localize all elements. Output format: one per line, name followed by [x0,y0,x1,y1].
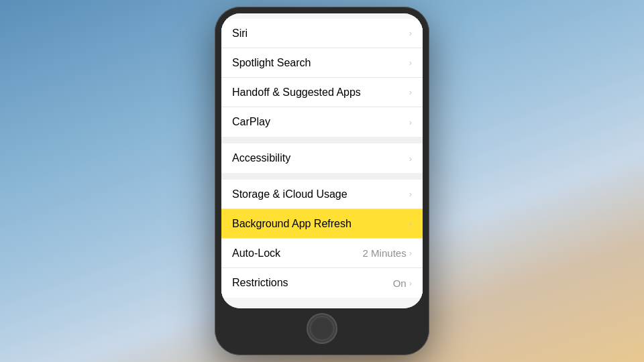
row-right-siri: › [409,29,412,38]
chevron-icon-accessibility: › [409,154,412,163]
phone: Siri › Spotlight Search › Handoff & Sugg… [215,7,429,355]
row-label-restrictions: Restrictions [232,277,288,289]
chevron-icon-restrictions: › [409,279,412,288]
settings-row-autolock[interactable]: Auto-Lock 2 Minutes › [221,239,423,268]
row-right-background: › [409,219,412,228]
row-label-siri: Siri [232,27,248,40]
row-label-accessibility: Accessibility [232,152,290,164]
row-label-background: Background App Refresh [232,218,352,230]
settings-row-storage[interactable]: Storage & iCloud Usage › [221,180,423,209]
row-right-accessibility: › [409,154,412,163]
chevron-icon-siri: › [409,29,412,38]
divider-2 [221,173,423,180]
settings-list: Siri › Spotlight Search › Handoff & Sugg… [221,19,423,308]
phone-bottom [307,308,337,349]
row-label-handoff: Handoff & Suggested Apps [232,86,361,99]
row-label-autolock: Auto-Lock [232,247,280,259]
row-right-spotlight: › [409,58,412,67]
section-group-3: Storage & iCloud Usage › Background App … [221,180,423,298]
chevron-icon-spotlight: › [409,58,412,67]
settings-row-background[interactable]: Background App Refresh › [221,209,423,239]
phone-screen: Siri › Spotlight Search › Handoff & Sugg… [221,13,423,308]
settings-row-siri[interactable]: Siri › [221,19,423,48]
row-right-autolock: 2 Minutes › [363,247,412,259]
chevron-icon-background: › [409,219,412,228]
row-value-autolock: 2 Minutes [363,247,407,259]
chevron-icon-handoff: › [409,88,412,97]
row-label-storage: Storage & iCloud Usage [232,188,347,200]
row-right-restrictions: On › [393,278,412,289]
row-value-restrictions: On [393,278,407,289]
chevron-icon-autolock: › [409,249,412,257]
settings-row-carplay[interactable]: CarPlay › [221,107,423,137]
chevron-icon-storage: › [409,190,412,198]
settings-row-restrictions[interactable]: Restrictions On › [221,268,423,298]
home-button[interactable] [307,313,337,344]
settings-row-handoff[interactable]: Handoff & Suggested Apps › [221,78,423,107]
settings-row-spotlight[interactable]: Spotlight Search › [221,48,423,78]
divider-1 [221,137,423,143]
row-right-storage: › [409,190,412,198]
settings-row-accessibility[interactable]: Accessibility › [221,143,423,173]
row-right-handoff: › [409,88,412,97]
row-right-carplay: › [409,118,412,127]
chevron-icon-carplay: › [409,118,412,127]
section-group-1: Siri › Spotlight Search › Handoff & Sugg… [221,19,423,137]
row-label-carplay: CarPlay [232,116,270,128]
home-button-inner [310,316,334,341]
section-group-2: Accessibility › [221,143,423,173]
row-label-spotlight: Spotlight Search [232,57,311,69]
